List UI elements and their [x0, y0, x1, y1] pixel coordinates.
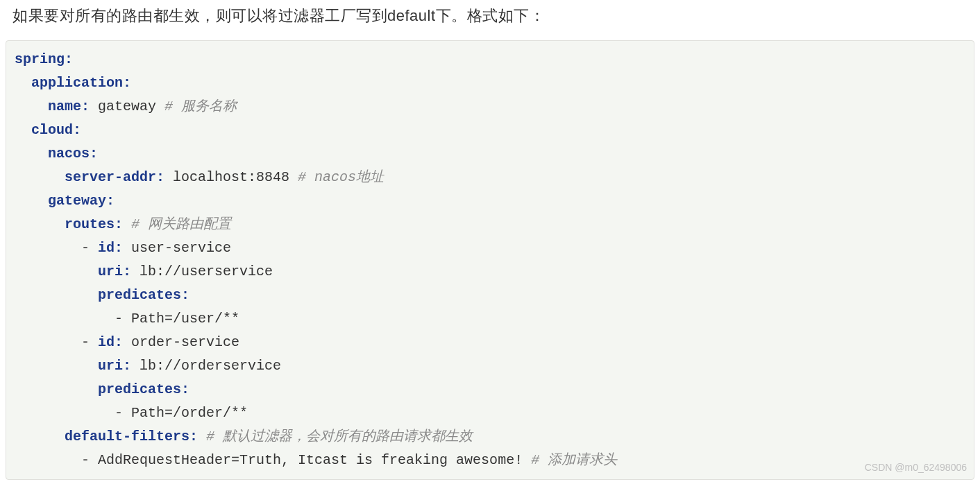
- yaml-value: lb://userservice: [140, 263, 273, 279]
- code-line: name: gateway # 服务名称: [15, 95, 965, 119]
- code-line: spring:: [15, 48, 965, 71]
- code-line: - id: order-service: [15, 331, 965, 354]
- code-line: uri: lb://orderservice: [15, 354, 965, 378]
- yaml-key: default-filters:: [65, 429, 206, 444]
- code-line: - Path=/order/**: [15, 401, 965, 425]
- watermark-text: CSDN @m0_62498006: [865, 460, 967, 476]
- yaml-key: nacos:: [48, 146, 98, 162]
- yaml-comment: # 服务名称: [164, 98, 237, 114]
- yaml-code-block: spring: application: name: gateway # 服务名…: [6, 40, 974, 480]
- yaml-key: spring:: [15, 51, 73, 67]
- code-line: nacos:: [15, 142, 965, 166]
- yaml-comment: # 网关路由配置: [131, 216, 231, 232]
- yaml-comment: # 添加请求头: [531, 452, 617, 468]
- yaml-key: gateway:: [48, 193, 115, 209]
- yaml-key: name:: [48, 98, 98, 114]
- code-line: default-filters: # 默认过滤器，会对所有的路由请求都生效: [15, 425, 965, 449]
- yaml-dash: -: [115, 405, 131, 421]
- yaml-key: cloud:: [31, 122, 81, 138]
- code-line: predicates:: [15, 284, 965, 307]
- code-line: - Path=/user/**: [15, 307, 965, 331]
- yaml-comment: # nacos地址: [298, 169, 384, 185]
- intro-paragraph: 如果要对所有的路由都生效，则可以将过滤器工厂写到default下。格式如下：: [6, 6, 974, 26]
- yaml-key: server-addr:: [65, 169, 173, 185]
- yaml-value: order-service: [131, 334, 239, 350]
- code-line: - AddRequestHeader=Truth, Itcast is frea…: [15, 449, 965, 472]
- yaml-key: application:: [31, 75, 131, 91]
- code-line: uri: lb://userservice: [15, 260, 965, 284]
- code-line: predicates:: [15, 378, 965, 401]
- yaml-key: predicates:: [98, 381, 189, 397]
- yaml-value: lb://orderservice: [140, 358, 281, 374]
- yaml-dash: -: [115, 311, 131, 327]
- code-line: routes: # 网关路由配置: [15, 213, 965, 236]
- yaml-key: id:: [98, 334, 131, 350]
- code-line: application:: [15, 71, 965, 95]
- yaml-dash: -: [81, 240, 98, 256]
- yaml-value: user-service: [131, 240, 231, 256]
- yaml-key: routes:: [65, 216, 131, 232]
- yaml-key: predicates:: [98, 287, 189, 303]
- yaml-dash: -: [81, 334, 98, 350]
- code-line: gateway:: [15, 189, 965, 213]
- code-line: server-addr: localhost:8848 # nacos地址: [15, 166, 965, 189]
- code-line: cloud:: [15, 119, 965, 142]
- yaml-value: gateway: [98, 98, 164, 114]
- yaml-value: AddRequestHeader=Truth, Itcast is freaki…: [98, 452, 531, 468]
- yaml-key: id:: [98, 240, 131, 256]
- yaml-value: localhost:8848: [173, 169, 298, 185]
- yaml-key: uri:: [98, 358, 140, 374]
- code-line: - id: user-service: [15, 236, 965, 260]
- yaml-comment: # 默认过滤器，会对所有的路由请求都生效: [206, 429, 473, 444]
- yaml-dash: -: [81, 452, 98, 468]
- yaml-value: Path=/user/**: [131, 311, 239, 327]
- yaml-value: Path=/order/**: [131, 405, 248, 421]
- yaml-key: uri:: [98, 263, 140, 279]
